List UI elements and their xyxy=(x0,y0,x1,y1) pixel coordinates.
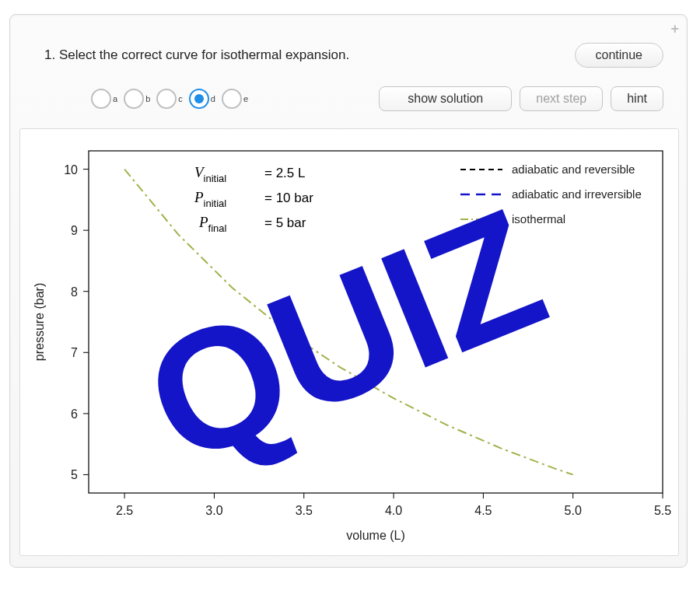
radio-c[interactable]: c xyxy=(156,89,183,109)
svg-text:= 2.5 L: = 2.5 L xyxy=(264,166,305,180)
radio-a[interactable]: a xyxy=(91,89,117,109)
controls-row: a b c d e show solution next step hint xyxy=(44,86,663,111)
svg-text:5: 5 xyxy=(71,468,78,481)
svg-text:Pfinal: Pfinal xyxy=(198,214,227,234)
action-buttons: show solution next step hint xyxy=(379,86,663,111)
radio-c-label: c xyxy=(178,94,183,103)
svg-text:6: 6 xyxy=(71,407,78,421)
svg-text:10: 10 xyxy=(64,163,78,177)
next-step-button[interactable]: next step xyxy=(520,86,603,111)
svg-text:Pinitial: Pinitial xyxy=(194,189,226,209)
radio-b[interactable]: b xyxy=(124,89,150,109)
svg-text:5.5: 5.5 xyxy=(654,504,671,517)
y-axis-label: pressure (bar) xyxy=(33,283,46,361)
radio-a-circle[interactable] xyxy=(91,89,111,109)
svg-text:7: 7 xyxy=(71,346,78,359)
radio-b-label: b xyxy=(145,94,150,103)
app-panel: + 1. Select the correct curve for isothe… xyxy=(9,14,688,568)
svg-text:4.5: 4.5 xyxy=(474,504,492,517)
svg-text:3.5: 3.5 xyxy=(296,504,313,517)
answer-radios: a b c d e xyxy=(91,89,248,109)
svg-text:Vinitial: Vinitial xyxy=(194,164,226,184)
radio-d-dot xyxy=(194,94,204,103)
chart-svg: 2.53.03.54.04.55.05.5 volume (L) 5678910… xyxy=(20,129,678,555)
svg-text:= 10 bar: = 10 bar xyxy=(264,191,313,205)
radio-d-circle[interactable] xyxy=(189,89,209,109)
radio-d[interactable]: d xyxy=(189,89,215,109)
svg-text:2.5: 2.5 xyxy=(116,504,133,517)
svg-text:5.0: 5.0 xyxy=(565,504,582,517)
legend-label-2: adiabatic and irreversible xyxy=(512,187,642,201)
radio-c-circle[interactable] xyxy=(156,89,177,109)
radio-d-label: d xyxy=(211,94,215,103)
legend-label-3: isothermal xyxy=(512,212,565,226)
quiz-watermark: QUIZ xyxy=(122,173,567,501)
question-text: 1. Select the correct curve for isotherm… xyxy=(44,47,349,63)
svg-text:9: 9 xyxy=(71,224,78,237)
x-axis-label: volume (L) xyxy=(346,529,405,542)
y-axis: 5678910 pressure (bar) xyxy=(33,163,89,482)
header-row: 1. Select the correct curve for isotherm… xyxy=(44,43,663,68)
radio-a-label: a xyxy=(113,94,117,103)
show-solution-button[interactable]: show solution xyxy=(379,86,512,111)
radio-e-circle[interactable] xyxy=(222,89,242,109)
expand-icon[interactable]: + xyxy=(670,21,679,37)
svg-text:3.0: 3.0 xyxy=(205,504,222,517)
chart-container: 2.53.03.54.04.55.05.5 volume (L) 5678910… xyxy=(19,128,679,556)
radio-b-circle[interactable] xyxy=(124,89,144,109)
svg-text:8: 8 xyxy=(71,285,78,299)
svg-text:= 5 bar: = 5 bar xyxy=(264,215,306,230)
radio-e[interactable]: e xyxy=(222,89,248,109)
svg-text:4.0: 4.0 xyxy=(385,504,402,517)
initial-conditions: Vinitial = 2.5 L Pinitial = 10 bar Pfina… xyxy=(194,164,313,234)
radio-e-label: e xyxy=(243,94,248,103)
continue-button[interactable]: continue xyxy=(575,43,664,68)
x-axis: 2.53.03.54.04.55.05.5 volume (L) xyxy=(116,493,671,542)
legend-label-1: adiabatic and reversible xyxy=(512,163,635,176)
hint-button[interactable]: hint xyxy=(611,86,663,111)
